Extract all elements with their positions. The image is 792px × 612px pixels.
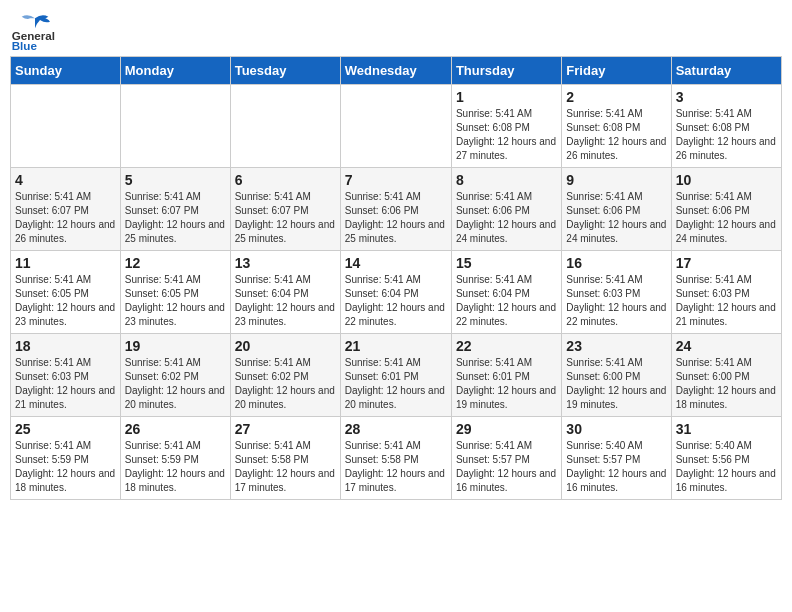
calendar-cell: 13Sunrise: 5:41 AMSunset: 6:04 PMDayligh…: [230, 251, 340, 334]
calendar-cell: 5Sunrise: 5:41 AMSunset: 6:07 PMDaylight…: [120, 168, 230, 251]
sunset-text: Sunset: 6:08 PM: [566, 121, 666, 135]
sunrise-text: Sunrise: 5:41 AM: [15, 273, 116, 287]
header-saturday: Saturday: [671, 57, 781, 85]
daylight-text: Daylight: 12 hours and 22 minutes.: [456, 301, 557, 329]
daylight-text: Daylight: 12 hours and 26 minutes.: [566, 135, 666, 163]
day-number: 30: [566, 421, 666, 437]
sunset-text: Sunset: 6:04 PM: [345, 287, 447, 301]
day-number: 24: [676, 338, 777, 354]
header-friday: Friday: [562, 57, 671, 85]
calendar-week-row: 11Sunrise: 5:41 AMSunset: 6:05 PMDayligh…: [11, 251, 782, 334]
sunset-text: Sunset: 6:07 PM: [235, 204, 336, 218]
sunrise-text: Sunrise: 5:41 AM: [345, 190, 447, 204]
sunset-text: Sunset: 6:04 PM: [456, 287, 557, 301]
day-number: 28: [345, 421, 447, 437]
calendar-cell: 30Sunrise: 5:40 AMSunset: 5:57 PMDayligh…: [562, 417, 671, 500]
day-number: 16: [566, 255, 666, 271]
day-number: 18: [15, 338, 116, 354]
day-info: Sunrise: 5:41 AMSunset: 5:57 PMDaylight:…: [456, 439, 557, 495]
daylight-text: Daylight: 12 hours and 16 minutes.: [566, 467, 666, 495]
day-number: 7: [345, 172, 447, 188]
daylight-text: Daylight: 12 hours and 25 minutes.: [345, 218, 447, 246]
sunrise-text: Sunrise: 5:41 AM: [566, 107, 666, 121]
day-info: Sunrise: 5:41 AMSunset: 5:59 PMDaylight:…: [15, 439, 116, 495]
sunset-text: Sunset: 6:03 PM: [676, 287, 777, 301]
sunrise-text: Sunrise: 5:41 AM: [15, 439, 116, 453]
daylight-text: Daylight: 12 hours and 19 minutes.: [456, 384, 557, 412]
logo: General Blue: [10, 10, 60, 50]
calendar-cell: 6Sunrise: 5:41 AMSunset: 6:07 PMDaylight…: [230, 168, 340, 251]
day-number: 3: [676, 89, 777, 105]
calendar-cell: 15Sunrise: 5:41 AMSunset: 6:04 PMDayligh…: [451, 251, 561, 334]
sunrise-text: Sunrise: 5:41 AM: [676, 107, 777, 121]
calendar-cell: 16Sunrise: 5:41 AMSunset: 6:03 PMDayligh…: [562, 251, 671, 334]
calendar-cell: 20Sunrise: 5:41 AMSunset: 6:02 PMDayligh…: [230, 334, 340, 417]
sunset-text: Sunset: 5:57 PM: [566, 453, 666, 467]
day-number: 10: [676, 172, 777, 188]
calendar-cell: [11, 85, 121, 168]
day-info: Sunrise: 5:41 AMSunset: 6:05 PMDaylight:…: [15, 273, 116, 329]
calendar-cell: 12Sunrise: 5:41 AMSunset: 6:05 PMDayligh…: [120, 251, 230, 334]
day-number: 12: [125, 255, 226, 271]
calendar-cell: 27Sunrise: 5:41 AMSunset: 5:58 PMDayligh…: [230, 417, 340, 500]
daylight-text: Daylight: 12 hours and 24 minutes.: [456, 218, 557, 246]
calendar-table: Sunday Monday Tuesday Wednesday Thursday…: [10, 56, 782, 500]
day-info: Sunrise: 5:41 AMSunset: 6:06 PMDaylight:…: [566, 190, 666, 246]
sunset-text: Sunset: 6:02 PM: [125, 370, 226, 384]
sunset-text: Sunset: 6:00 PM: [676, 370, 777, 384]
day-info: Sunrise: 5:41 AMSunset: 6:04 PMDaylight:…: [235, 273, 336, 329]
sunset-text: Sunset: 6:08 PM: [456, 121, 557, 135]
daylight-text: Daylight: 12 hours and 24 minutes.: [566, 218, 666, 246]
day-info: Sunrise: 5:41 AMSunset: 6:06 PMDaylight:…: [345, 190, 447, 246]
header-tuesday: Tuesday: [230, 57, 340, 85]
sunset-text: Sunset: 6:05 PM: [15, 287, 116, 301]
sunset-text: Sunset: 5:58 PM: [345, 453, 447, 467]
sunrise-text: Sunrise: 5:41 AM: [566, 273, 666, 287]
day-info: Sunrise: 5:41 AMSunset: 6:01 PMDaylight:…: [456, 356, 557, 412]
calendar-cell: 26Sunrise: 5:41 AMSunset: 5:59 PMDayligh…: [120, 417, 230, 500]
day-number: 2: [566, 89, 666, 105]
daylight-text: Daylight: 12 hours and 21 minutes.: [15, 384, 116, 412]
day-info: Sunrise: 5:41 AMSunset: 5:58 PMDaylight:…: [235, 439, 336, 495]
daylight-text: Daylight: 12 hours and 18 minutes.: [676, 384, 777, 412]
day-info: Sunrise: 5:41 AMSunset: 6:08 PMDaylight:…: [566, 107, 666, 163]
calendar-week-row: 18Sunrise: 5:41 AMSunset: 6:03 PMDayligh…: [11, 334, 782, 417]
day-number: 19: [125, 338, 226, 354]
sunset-text: Sunset: 6:07 PM: [125, 204, 226, 218]
sunrise-text: Sunrise: 5:41 AM: [15, 356, 116, 370]
calendar-week-row: 4Sunrise: 5:41 AMSunset: 6:07 PMDaylight…: [11, 168, 782, 251]
day-number: 9: [566, 172, 666, 188]
daylight-text: Daylight: 12 hours and 20 minutes.: [125, 384, 226, 412]
calendar-cell: 22Sunrise: 5:41 AMSunset: 6:01 PMDayligh…: [451, 334, 561, 417]
daylight-text: Daylight: 12 hours and 27 minutes.: [456, 135, 557, 163]
day-info: Sunrise: 5:41 AMSunset: 5:59 PMDaylight:…: [125, 439, 226, 495]
day-number: 27: [235, 421, 336, 437]
daylight-text: Daylight: 12 hours and 18 minutes.: [125, 467, 226, 495]
day-info: Sunrise: 5:41 AMSunset: 6:00 PMDaylight:…: [676, 356, 777, 412]
calendar-cell: 9Sunrise: 5:41 AMSunset: 6:06 PMDaylight…: [562, 168, 671, 251]
sunrise-text: Sunrise: 5:40 AM: [676, 439, 777, 453]
day-number: 31: [676, 421, 777, 437]
day-number: 25: [15, 421, 116, 437]
daylight-text: Daylight: 12 hours and 19 minutes.: [566, 384, 666, 412]
daylight-text: Daylight: 12 hours and 25 minutes.: [235, 218, 336, 246]
header-wednesday: Wednesday: [340, 57, 451, 85]
calendar-cell: 10Sunrise: 5:41 AMSunset: 6:06 PMDayligh…: [671, 168, 781, 251]
day-info: Sunrise: 5:41 AMSunset: 6:07 PMDaylight:…: [235, 190, 336, 246]
sunset-text: Sunset: 6:00 PM: [566, 370, 666, 384]
sunrise-text: Sunrise: 5:41 AM: [125, 439, 226, 453]
day-number: 15: [456, 255, 557, 271]
svg-text:Blue: Blue: [12, 39, 38, 50]
day-number: 5: [125, 172, 226, 188]
day-info: Sunrise: 5:41 AMSunset: 6:05 PMDaylight:…: [125, 273, 226, 329]
sunrise-text: Sunrise: 5:41 AM: [566, 356, 666, 370]
logo-icon: General Blue: [10, 10, 60, 50]
sunset-text: Sunset: 6:02 PM: [235, 370, 336, 384]
day-info: Sunrise: 5:41 AMSunset: 6:02 PMDaylight:…: [125, 356, 226, 412]
calendar-week-row: 25Sunrise: 5:41 AMSunset: 5:59 PMDayligh…: [11, 417, 782, 500]
sunset-text: Sunset: 5:58 PM: [235, 453, 336, 467]
daylight-text: Daylight: 12 hours and 23 minutes.: [125, 301, 226, 329]
sunset-text: Sunset: 6:01 PM: [456, 370, 557, 384]
calendar-cell: 21Sunrise: 5:41 AMSunset: 6:01 PMDayligh…: [340, 334, 451, 417]
sunset-text: Sunset: 6:06 PM: [345, 204, 447, 218]
